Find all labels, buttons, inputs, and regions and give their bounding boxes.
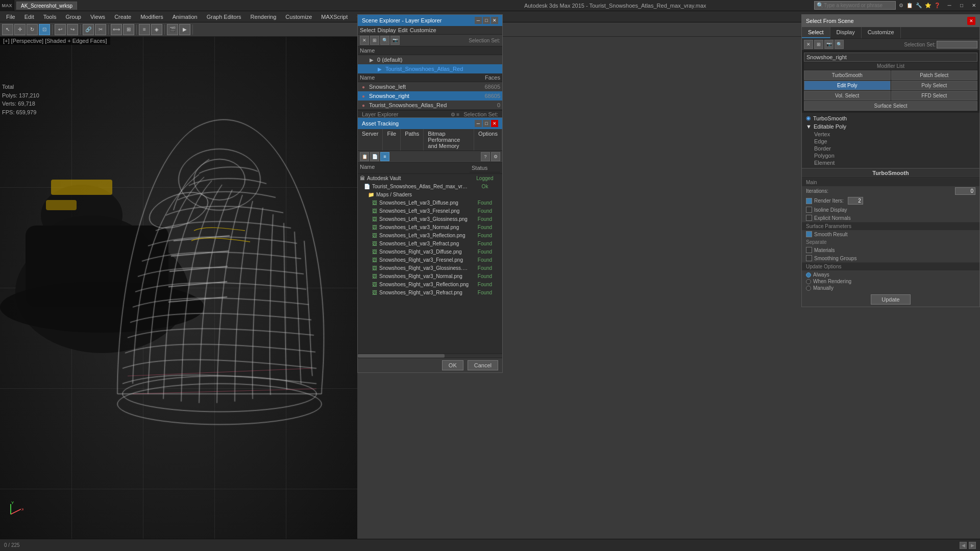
se-menu-customize[interactable]: Customize	[410, 27, 436, 33]
se-toolbar-btn4[interactable]: 📷	[390, 36, 400, 45]
se-menu-edit[interactable]: Edit	[398, 27, 408, 33]
menu-animation[interactable]: Animation	[168, 13, 202, 21]
render-setup-btn[interactable]: 🎬	[167, 24, 178, 35]
always-radio[interactable]	[806, 272, 811, 278]
at-scrollbar[interactable]	[358, 354, 502, 358]
redo-btn[interactable]: ↪	[67, 24, 78, 35]
layer-btns[interactable]: ⚙ ≡	[451, 112, 460, 117]
at-btn-gear[interactable]: ⚙	[491, 152, 500, 161]
scene-item-snowshoe-left[interactable]: ● Snowshoe_left 68605	[358, 82, 502, 91]
at-ok-btn[interactable]: OK	[442, 360, 463, 370]
maximize-button[interactable]: □	[955, 0, 968, 11]
render-iters-input[interactable]	[848, 197, 863, 205]
scene-explorer-close[interactable]: ✕	[491, 17, 498, 24]
at-maximize[interactable]: □	[483, 120, 490, 127]
scene-item-snowshoe-right[interactable]: ● Snowshoe_right 68605	[358, 91, 502, 101]
menu-modifiers[interactable]: Modifiers	[136, 13, 167, 21]
se-toolbar-btn2[interactable]: ⊞	[370, 36, 379, 45]
at-item-vault[interactable]: 🏛 Autodesk Vault Logged	[358, 174, 502, 182]
se-menu-display[interactable]: Display	[378, 27, 396, 33]
update-always[interactable]: Always	[806, 271, 975, 278]
unlink-btn[interactable]: ✂	[95, 24, 106, 35]
at-menu-paths[interactable]: Paths	[401, 129, 424, 151]
scene-item-tourist[interactable]: ● Tourist_Snowshoes_Atlas_Red 0	[358, 101, 502, 110]
at-scrollbar-thumb[interactable]	[358, 354, 445, 358]
icon5[interactable]: ❓	[933, 3, 941, 8]
smoothing-groups-check[interactable]	[806, 255, 812, 261]
at-item-tex10[interactable]: 🖼 Snowshoes_Right_var3_Normal.png Found	[358, 272, 502, 280]
menu-rendering[interactable]: Rendering	[247, 13, 281, 21]
icon2[interactable]: 📋	[905, 3, 914, 8]
sfs-btn1[interactable]: ✕	[804, 40, 813, 49]
sfs-btn4[interactable]: 🔍	[835, 40, 844, 49]
at-item-tex5[interactable]: 🖼 Snowshoes_Left_var3_Reflection.png Fou…	[358, 231, 502, 239]
se-toolbar-btn1[interactable]: ✕	[360, 36, 369, 45]
menu-tools[interactable]: Tools	[39, 13, 61, 21]
at-item-tex7[interactable]: 🖼 Snowshoes_Right_var3_Diffuse.png Found	[358, 247, 502, 256]
smooth-result-check[interactable]	[806, 231, 812, 237]
mod-btn-turbosmooth[interactable]: TurboSmooth	[804, 70, 891, 80]
at-menu-server[interactable]: Server	[358, 129, 383, 151]
sfs-tab-select[interactable]: Select	[802, 27, 830, 38]
at-item-tex12[interactable]: 🖼 Snowshoes_Right_var3_Refract.png Found	[358, 288, 502, 296]
search-input[interactable]	[824, 3, 885, 8]
at-item-tex4[interactable]: 🖼 Snowshoes_Left_var3_Normal.png Found	[358, 223, 502, 231]
menu-edit[interactable]: Edit	[20, 13, 38, 21]
isoline-check[interactable]	[806, 207, 812, 213]
at-btn2[interactable]: 📄	[370, 152, 379, 161]
icon4[interactable]: ⭐	[924, 3, 932, 8]
at-item-tex6[interactable]: 🖼 Snowshoes_Left_var3_Refract.png Found	[358, 239, 502, 247]
at-menu-options[interactable]: Options	[474, 129, 502, 151]
scene-explorer-maximize[interactable]: □	[483, 17, 490, 24]
manually-radio[interactable]	[806, 286, 811, 291]
render-iters-check[interactable]	[806, 198, 812, 204]
rotate-btn[interactable]: ↻	[27, 24, 38, 35]
minimize-button[interactable]: ─	[943, 0, 955, 11]
mod-btn-surface-select[interactable]: Surface Select	[804, 101, 977, 111]
at-minimize[interactable]: ─	[475, 120, 482, 127]
explicit-normals-check[interactable]	[806, 215, 812, 221]
at-item-tex11[interactable]: 🖼 Snowshoes_Right_var3_Reflection.png Fo…	[358, 280, 502, 288]
move-btn[interactable]: ✛	[14, 24, 26, 35]
menu-views[interactable]: Views	[86, 13, 109, 21]
iterations-input[interactable]	[955, 187, 975, 195]
at-menu-bitmap[interactable]: Bitmap Performance and Memory	[424, 129, 474, 151]
workspace-tab[interactable]: AK_Screenshot_wrksp	[16, 2, 77, 10]
sfs-tab-display[interactable]: Display	[830, 27, 862, 38]
at-item-max-file[interactable]: 📄 Tourist_Snowshoes_Atlas_Red_max_vray.m…	[358, 182, 502, 190]
main-viewport[interactable]: [+] [Perspective] [Shaded + Edged Faces]…	[0, 37, 357, 539]
scene-item-snowshoes-layer[interactable]: ▶ Tourist_Snowshoes_Atlas_Red	[358, 64, 502, 73]
menu-create[interactable]: Create	[110, 13, 135, 21]
scene-explorer-minimize[interactable]: ─	[475, 17, 482, 24]
at-btn-q[interactable]: ?	[481, 152, 490, 161]
mod-btn-vol-select[interactable]: Vol. Select	[804, 91, 891, 101]
sfs-close-btn[interactable]: ✕	[967, 17, 975, 25]
at-item-maps-folder[interactable]: 📁 Maps / Shaders	[358, 190, 502, 198]
mod-sub-vertex[interactable]: Vertex	[802, 131, 979, 138]
icon3[interactable]: 🔧	[915, 3, 923, 8]
menu-group[interactable]: Group	[61, 13, 85, 21]
schematic-btn[interactable]: ◈	[151, 24, 162, 35]
update-manually[interactable]: Manually	[806, 285, 975, 291]
render-btn[interactable]: ▶	[179, 24, 190, 35]
icon1[interactable]: ⚙	[898, 3, 904, 8]
status-btn[interactable]: ◀	[960, 542, 967, 549]
scale-btn[interactable]: ⊡	[39, 24, 50, 35]
sfs-btn2[interactable]: ⊞	[814, 40, 823, 49]
update-button[interactable]: Update	[871, 294, 910, 305]
sfs-tab-customize[interactable]: Customize	[862, 27, 901, 38]
at-item-tex1[interactable]: 🖼 Snowshoes_Left_var3_Diffuse.png Found	[358, 198, 502, 207]
at-cancel-btn[interactable]: Cancel	[468, 360, 498, 370]
sfs-selection-input[interactable]	[937, 41, 977, 48]
at-item-tex9[interactable]: 🖼 Snowshoes_Right_var3_Glossiness.png Fo…	[358, 264, 502, 272]
at-close[interactable]: ✕	[491, 120, 498, 127]
menu-customize[interactable]: Customize	[281, 13, 316, 21]
mod-btn-fpd-select[interactable]: FFD Select	[891, 91, 978, 101]
align-btn[interactable]: ⊞	[123, 24, 134, 35]
mod-sub-polygon[interactable]: Polygon	[802, 152, 979, 159]
sfs-btn3[interactable]: 📷	[824, 40, 834, 49]
menu-maxscript[interactable]: MAXScript	[317, 13, 352, 21]
menu-file[interactable]: File	[2, 13, 19, 21]
at-btn3[interactable]: ≡	[380, 152, 389, 161]
at-menu-file[interactable]: File	[383, 129, 401, 151]
